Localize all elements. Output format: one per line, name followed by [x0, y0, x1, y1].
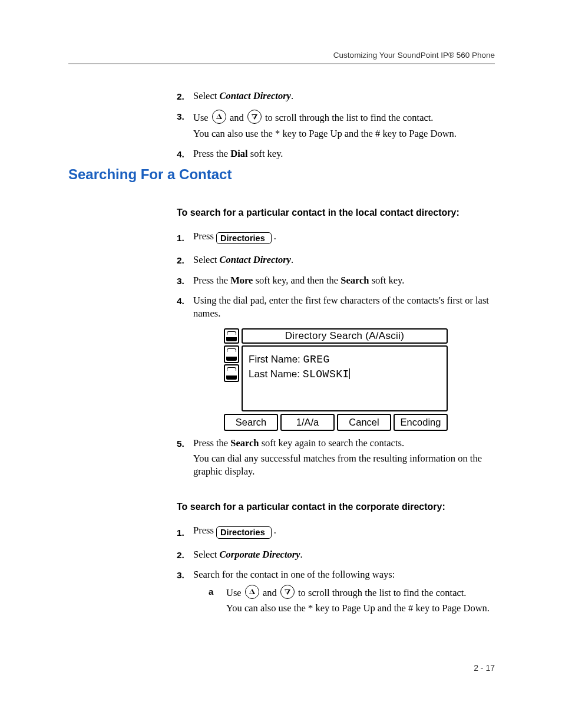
- step-4: 4. Press the Dial soft key.: [177, 147, 495, 163]
- text: to scroll through the list to find the c…: [265, 112, 434, 123]
- text: soft key.: [369, 275, 405, 286]
- directories-button-icon: Directories: [216, 526, 272, 539]
- softkey-mode: 1/A/a: [280, 414, 335, 430]
- phone-lcd-figure: Directory Search (A/Ascii) First Name: G…: [224, 328, 448, 430]
- text: soft key, and then the: [253, 275, 340, 286]
- up-arrow-key-icon: [245, 585, 259, 599]
- local-procedure: To search for a particular contact in th…: [177, 206, 495, 619]
- text: Select: [193, 254, 219, 265]
- steps-top: 2. Select Contact Directory. 3. Use and …: [177, 90, 495, 167]
- text: .: [300, 549, 302, 560]
- text: Select: [193, 90, 219, 101]
- text: and: [263, 587, 279, 598]
- corp-step-1: 1. Press Directories .: [177, 524, 495, 541]
- local-step-3: 3. Press the More soft key, and then the…: [177, 274, 495, 289]
- corp-step-2: 2. Select Corporate Directory.: [177, 548, 495, 564]
- text: .: [291, 90, 293, 101]
- step-number: 4.: [177, 147, 193, 161]
- running-title: Customizing Your SoundPoint IP® 560 Phon…: [68, 51, 495, 60]
- down-arrow-key-icon: [247, 110, 262, 124]
- first-name-value: GREG: [303, 354, 330, 365]
- section-heading: Searching For a Contact: [68, 166, 232, 183]
- lcd-body: First Name: GREG Last Name: SLOWSKI: [242, 345, 448, 411]
- step-number: 3.: [177, 568, 193, 582]
- text: Select: [193, 549, 219, 560]
- substep-letter: a: [209, 585, 226, 615]
- softkey-row: Search 1/A/a Cancel Encoding: [224, 414, 448, 430]
- softkey-name: Dial: [230, 148, 247, 159]
- step-number: 5.: [177, 437, 193, 450]
- line-icon: [224, 364, 239, 382]
- page-number: 2 - 17: [474, 663, 495, 673]
- first-name-label: First Name:: [249, 354, 300, 365]
- menu-item: Contact Directory: [219, 90, 290, 101]
- text: Press the: [193, 437, 230, 449]
- local-step-4: 4. Using the dial pad, enter the first f…: [177, 294, 495, 323]
- up-arrow-key-icon: [212, 110, 226, 124]
- header-rule: [68, 63, 495, 64]
- softkey-cancel: Cancel: [337, 414, 391, 430]
- step-number: 2.: [177, 548, 193, 562]
- line-icon: [224, 328, 239, 344]
- corp-step-3: 3. Search for the contact in one of the …: [177, 568, 495, 618]
- text: Using the dial pad, enter the first few …: [193, 294, 495, 321]
- text: Use: [226, 587, 244, 598]
- text: You can also use the * key to Page Up an…: [193, 127, 495, 140]
- text-cursor-icon: [349, 368, 351, 379]
- step-number: 3.: [177, 110, 193, 123]
- step-number: 2.: [177, 253, 193, 267]
- local-step-1: 1. Press Directories .: [177, 230, 495, 247]
- page: Customizing Your SoundPoint IP® 560 Phon…: [0, 0, 562, 728]
- softkey-search: Search: [224, 414, 278, 430]
- menu-item: Corporate Directory: [219, 549, 300, 560]
- line-icon: [224, 345, 239, 363]
- procedure-heading: To search for a particular contact in th…: [177, 500, 495, 513]
- text: Use: [193, 112, 211, 123]
- down-arrow-key-icon: [280, 585, 295, 599]
- step-number: 2.: [177, 90, 193, 103]
- last-name-value: SLOWSKI: [303, 368, 349, 380]
- text: .: [274, 525, 276, 536]
- softkey-name: Search: [340, 275, 369, 286]
- step-number: 3.: [177, 274, 193, 288]
- step-number: 4.: [177, 294, 193, 308]
- procedure-heading: To search for a particular contact in th…: [177, 206, 495, 219]
- softkey-encoding: Encoding: [394, 414, 448, 430]
- text: Press the: [193, 148, 230, 159]
- text: soft key again to search the contacts.: [259, 437, 405, 449]
- text: Press the: [193, 275, 230, 286]
- page-header: Customizing Your SoundPoint IP® 560 Phon…: [68, 51, 495, 69]
- local-step-5: 5. Press the Search soft key again to se…: [177, 437, 495, 481]
- directories-button-icon: Directories: [216, 232, 272, 245]
- text: .: [274, 230, 276, 242]
- step-2: 2. Select Contact Directory.: [177, 90, 495, 105]
- step-3: 3. Use and to scroll through the list to…: [177, 110, 495, 143]
- text: You can dial any successful matches from…: [193, 452, 495, 479]
- corp-step-3a: a Use and to scroll through the list to …: [209, 585, 495, 615]
- text: to scroll through the list to find the c…: [298, 587, 467, 598]
- text: soft key.: [248, 148, 283, 159]
- text: Press: [193, 525, 216, 536]
- text: and: [230, 112, 246, 123]
- text: .: [291, 254, 293, 265]
- text: Search for the contact in one of the fol…: [193, 568, 495, 581]
- local-step-2: 2. Select Contact Directory.: [177, 253, 495, 269]
- text: You can also use the * key to Page Up an…: [226, 602, 495, 615]
- step-number: 1.: [177, 231, 193, 245]
- softkey-name: More: [230, 275, 253, 286]
- text: Press: [193, 230, 216, 242]
- lcd-title: Directory Search (A/Ascii): [242, 328, 448, 344]
- last-name-label: Last Name:: [249, 368, 300, 380]
- softkey-name: Search: [230, 437, 259, 449]
- step-number: 1.: [177, 526, 193, 539]
- menu-item: Contact Directory: [219, 254, 290, 265]
